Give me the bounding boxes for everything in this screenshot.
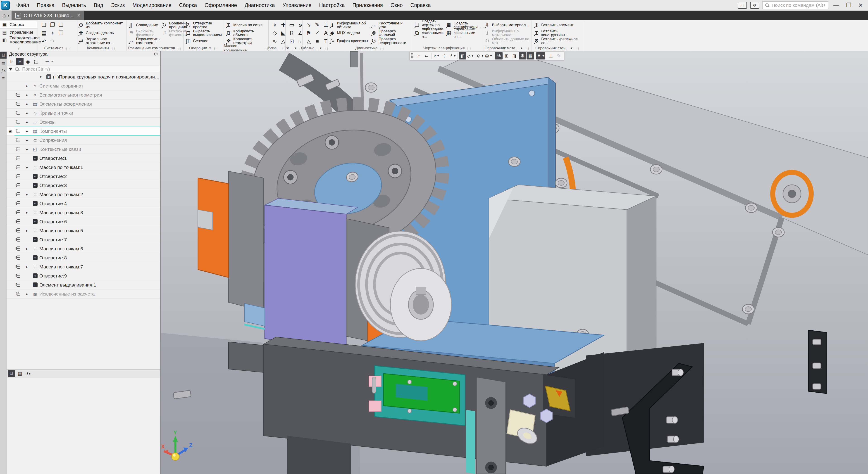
chevron-down-icon[interactable]: ▾ [51,60,53,63]
menu-item-Моделирование[interactable]: Моделирование [128,0,175,11]
print-icon[interactable]: ▤ [40,29,48,37]
display-modes-button[interactable]: ▦ [527,52,534,60]
restore-button[interactable]: ❐ [844,2,853,9]
gear-icon[interactable]: ⚙ [154,51,158,57]
clamp-plate-part[interactable] [476,377,506,474]
tree-expander-icon[interactable]: ▸ [26,147,32,151]
tree-row-Элементы-оформления[interactable]: ∈▸▤Элементы оформления [7,100,160,108]
loads-button[interactable]: ⊥ [547,52,555,60]
dimension-box-icon[interactable]: ⊡ [288,38,296,45]
assembly-doc-icon[interactable]: ◉ [25,58,32,65]
undo-icon[interactable]: ↶ [40,38,48,45]
up-orientation-button[interactable]: ⇧ [440,52,448,60]
dimensions-view-button[interactable]: ⊞ [503,52,510,60]
tree-row-Исключенные-из-расчета[interactable]: ∉▸⊠Исключенные из расчета [7,290,160,299]
zoom-area-button[interactable]: ⌖▼ [433,52,440,60]
close-button[interactable]: ✕ [856,2,865,9]
document-tab[interactable]: ◉ СШ-А16.223_Приво... ✕ [11,11,84,20]
ribbon-button-Вырезать-выдавливанием[interactable]: ⊟Вырезать выдавливанием [184,29,223,37]
tree-search[interactable] [7,66,160,72]
tree-row-Отверстие-9[interactable]: ∈○Отверстие:9 [7,271,160,280]
ribbon-button-Вставить-крепежное-со-[interactable]: ⚙Вставить крепежное со... [533,37,582,45]
save-icon[interactable]: ❑ [57,21,65,29]
ribbon-button-Вставить-элемент[interactable]: ⊕Вставить элемент [533,21,582,29]
tree-row--Привод-круговых-подач-и-позиционирования-планшайбы-[interactable]: ▾◉(+)Привод круговых подач и позициониро… [7,72,160,81]
tree-row-Массив-по-точкам-1[interactable]: ∈▸∷Массив по точкам:1 [7,163,160,172]
tree-row-Контекстные-связи[interactable]: ∈▸◰Контекстные связи [7,145,160,154]
visibility-eye-icon[interactable]: ◉ [7,129,13,134]
mode-tab-Управление[interactable]: ▤Управление [0,29,37,36]
fx-icon[interactable]: ƒx [0,67,6,74]
roughness-icon[interactable]: △ [305,38,312,45]
ribbon-button-Управление-связанными-ч-[interactable]: ⧉Управление связанными ч... [413,29,444,37]
tree-row-Отверстие-4[interactable]: ∈○Отверстие:4 [7,199,160,208]
tab-close-icon[interactable]: ✕ [76,13,81,18]
bearing-block-left-part[interactable] [228,171,264,311]
tree-row-Отверстие-1[interactable]: ∈○Отверстие:1 [7,154,160,163]
tree-expander-icon[interactable]: ▸ [26,165,32,169]
print-preview-icon[interactable]: ⌖ [49,29,56,37]
chevron-down-icon[interactable]: ▾ [8,14,9,18]
chevron-down-icon[interactable]: ▼ [520,46,523,50]
ribbon-button-Проверка-коллизий[interactable]: ⊗Проверка коллизий [370,29,411,37]
new-document-icon[interactable]: ❏ [40,21,48,29]
tree-row-Массив-по-точкам-6[interactable]: ∈▸∷Массив по точкам:6 [7,244,160,253]
selection-filter-button[interactable]: ▼▼ [536,52,545,60]
tree-view-icon[interactable]: ⌸ [16,58,24,65]
tree-expander-icon[interactable]: ▸ [26,292,32,296]
tree-expander-icon[interactable]: ▸ [26,138,32,142]
menu-item-Приложения[interactable]: Приложения [349,0,387,11]
menu-item-Файл[interactable]: Файл [12,0,33,11]
group-grip-icon[interactable]: ⋮⋮ [177,46,182,50]
group-grip-icon[interactable]: ⋮⋮ [213,46,218,50]
group-grip-icon[interactable]: ⋮⋮ [575,46,580,50]
tree-row-Отверстие-8[interactable]: ∈○Отверстие:8 [7,253,160,262]
shaded-view-button[interactable]: ◧ [459,52,466,60]
view-orientation-button[interactable]: ↱▼ [448,52,457,60]
hidden-lines-button[interactable]: ⊘▼ [476,52,485,60]
tree-row-Компоненты[interactable]: ◉∈▸▦Компоненты [7,127,160,136]
tree-row-Кривые-и-точки[interactable]: ∈▸∿Кривые и точки [7,108,160,117]
plane-icon[interactable]: ◇ [271,29,279,37]
chevron-down-icon[interactable]: ▼ [437,54,439,58]
tree-expander-icon[interactable]: ▸ [26,210,32,214]
axis-icon[interactable]: ∿ [271,38,279,45]
home-tab[interactable]: ⌂ ▾ [0,11,11,20]
black-strip-part[interactable] [808,330,826,394]
mode-tab-Сборка[interactable]: ▣Сборка [0,21,37,29]
lavender-nut-part[interactable] [540,409,552,423]
menu-item-Вид[interactable]: Вид [90,0,107,11]
ribbon-button-Вставить-конструктивн-[interactable]: ⊞Вставить конструктивн... [533,29,582,37]
model-viewport[interactable]: ⌐⌙⌖▼⇧↱▼◧◇▼⊘▼◎▼%⊞◨❋▦▼▼⊥✎ [161,51,868,474]
tree-expander-icon[interactable]: ▸ [26,247,32,251]
tree-expander-icon[interactable]: ▸ [26,111,32,115]
group-grip-icon[interactable]: ⋮⋮ [111,46,116,50]
mode-tab-Твердотельное моделирование[interactable]: ◧Твердотельное моделирование [0,36,37,44]
chevron-down-icon[interactable]: ▼ [490,54,492,58]
placement-cs-button[interactable]: ⌙ [423,52,431,60]
local-cs-icon[interactable]: ⌖ [271,21,279,29]
tree-row-Системы-координат[interactable]: ▸⌖Системы координат [7,81,160,91]
tree-row-Отверстие-3[interactable]: ∈○Отверстие:3 [7,181,160,190]
tree-structure-icon[interactable]: ⌸ [0,52,6,59]
ribbon-button-Создать-деталь[interactable]: ✚Создать деталь [77,29,125,37]
menu-item-Справка[interactable]: Справка [407,0,435,11]
checklist-icon[interactable]: ☰ [44,58,51,65]
tree-row-Вспомогательная-геометрия[interactable]: ∈▸✦Вспомогательная геометрия [7,91,160,100]
tree-row-Элемент-выдавливания-1[interactable]: ∈□Элемент выдавливания:1 [7,280,160,290]
menu-item-Диагностика[interactable]: Диагностика [241,0,279,11]
tree-row-Эскизы[interactable]: ∈▸▱Эскизы [7,117,160,127]
tolerance-frame-icon[interactable]: ⚑ [305,29,312,37]
window-layout-button[interactable]: ▭ [738,2,747,9]
menu-item-Управление[interactable]: Управление [279,0,315,11]
hamburger-icon[interactable]: ≡ [0,75,6,82]
menu-item-Сборка[interactable]: Сборка [175,0,201,11]
parameters-tab[interactable]: ▤ [16,370,24,377]
ribbon-button-Переместить-компонент[interactable]: ↔Переместить компонент [127,37,160,45]
chevron-down-icon[interactable]: ▼ [542,54,545,58]
minimize-button[interactable]: — [832,2,841,9]
marker-icon[interactable]: ✎ [313,21,321,29]
ribbon-button-Совпадение[interactable]: ∥Совпадение [127,21,160,29]
tree-row-Массив-по-точкам-3[interactable]: ∈▸∷Массив по точкам:3 [7,208,160,217]
tree-row-Отверстие-6[interactable]: ∈○Отверстие:6 [7,217,160,226]
